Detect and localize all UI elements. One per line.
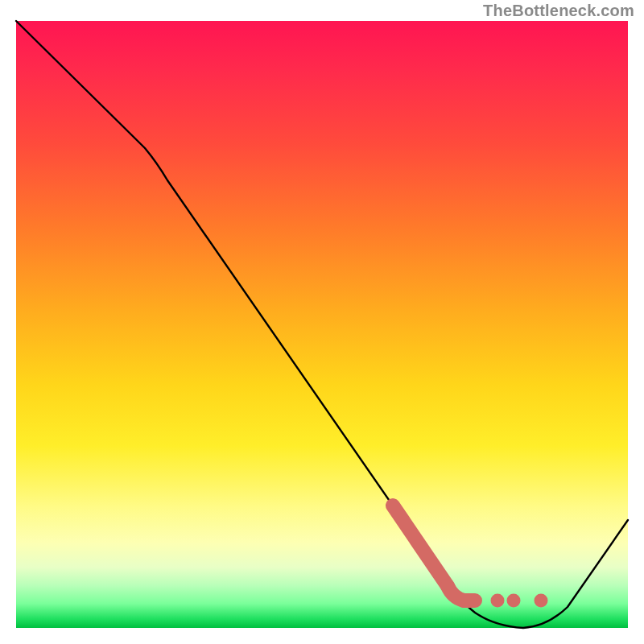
attribution-text: TheBottleneck.com bbox=[483, 2, 634, 20]
plot-area bbox=[16, 21, 628, 628]
emphasis-dot-1 bbox=[491, 594, 505, 608]
emphasis-foot bbox=[448, 586, 475, 601]
emphasis-diagonal bbox=[393, 506, 448, 586]
chart-svg bbox=[16, 21, 628, 628]
emphasis-dot-2 bbox=[507, 594, 521, 608]
chart-container: TheBottleneck.com bbox=[0, 0, 644, 644]
emphasis-dot-3 bbox=[535, 594, 548, 608]
curve-line bbox=[16, 21, 628, 628]
